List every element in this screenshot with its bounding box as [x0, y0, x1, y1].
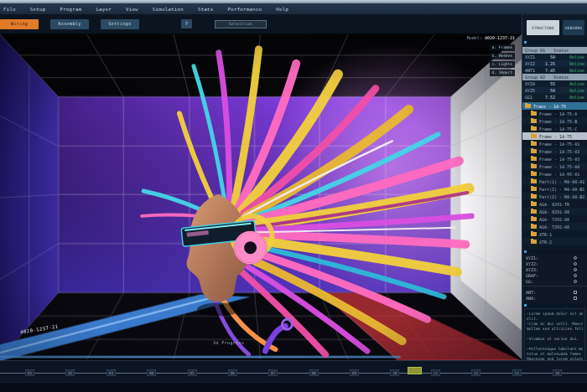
- sensor-value: 55: [542, 81, 555, 86]
- tree-row[interactable]: Frame - 14-75-A: [522, 110, 587, 117]
- group-status-header: Status: [553, 48, 584, 53]
- tree-row-label: Frame - 14-75-02: [539, 149, 579, 154]
- timeline-tick[interactable]: 09: [350, 369, 359, 376]
- tree-row-label: Frame - 14-75-03: [539, 157, 579, 162]
- tree-row[interactable]: AGA- 8291-08: [522, 208, 587, 215]
- tree-row[interactable]: Frame - 14-75-04: [522, 162, 587, 170]
- menu-item[interactable]: Program: [60, 7, 81, 12]
- tree-root-row[interactable]: Trans - 14-75: [522, 102, 587, 110]
- timeline-tick[interactable]: 14: [553, 369, 562, 376]
- sensor-status: Online: [555, 68, 584, 73]
- sensor-row[interactable]: ANT1 7.45 Online: [522, 67, 587, 74]
- tree-row[interactable]: Frame - 14-95-01: [522, 170, 587, 178]
- menu-item[interactable]: Simulation: [153, 7, 184, 12]
- folder-icon: [531, 202, 537, 206]
- layer-item[interactable]: d. Import: [490, 70, 515, 76]
- tree-row[interactable]: Frame - 14-75-B: [522, 117, 587, 125]
- folder-icon: [531, 187, 537, 191]
- timeline-tick[interactable]: 02: [65, 369, 75, 376]
- tree-row[interactable]: Frame - 14-75-02: [522, 147, 587, 155]
- timeline-tick[interactable]: 11: [431, 369, 440, 376]
- timeline-tick[interactable]: 07: [268, 369, 278, 376]
- folder-icon: [531, 134, 537, 138]
- timeline-tick[interactable]: 08: [309, 369, 319, 376]
- radio-icon[interactable]: [574, 274, 577, 277]
- progress-label: 3d Progress: [213, 340, 245, 345]
- sensor-row[interactable]: XYZ4 55 Online: [522, 80, 587, 87]
- viewport-3d[interactable]: Model: 4020-1237-21 a. Framesb. Meshesc.…: [0, 34, 522, 360]
- tree-row[interactable]: XTR-1: [522, 230, 587, 238]
- tree-row-label: AGA- 8291-TR: [539, 202, 569, 207]
- radio-icon[interactable]: [574, 268, 577, 271]
- sensor-row[interactable]: XYZ5 50 Online: [522, 87, 587, 94]
- tree-row[interactable]: AGA- 7292-08: [522, 223, 587, 230]
- sensor-row[interactable]: XYZ1 50 Online: [522, 54, 587, 60]
- menu-item[interactable]: Performance: [228, 7, 262, 12]
- menu-item[interactable]: Help: [276, 7, 288, 12]
- tree-row[interactable]: AGA- 7292-08: [522, 215, 587, 223]
- sensor-row[interactable]: GG1 7.52 Online: [522, 94, 587, 101]
- menu-item[interactable]: Layer: [96, 7, 112, 12]
- sensor-name: XYZ1: [525, 54, 542, 59]
- tree-row-label: Frame - 14-75-01: [539, 142, 579, 147]
- timeline-tick[interactable]: 01: [25, 369, 34, 376]
- timeline-bar: 0102030405060708091011121314: [0, 360, 587, 382]
- checkbox-icon[interactable]: [574, 297, 577, 300]
- menu-bar: FileSetupProgramLayerViewSimulationStats…: [0, 3, 587, 14]
- layer-item[interactable]: c. Lights: [490, 61, 515, 68]
- timeline-tick[interactable]: 13: [512, 369, 522, 376]
- timeline-tick[interactable]: 04: [147, 369, 156, 376]
- timeline-playhead[interactable]: [408, 367, 422, 374]
- tab[interactable]: Assembly: [50, 19, 89, 29]
- tree-row[interactable]: Frame - 14-75-C: [522, 125, 587, 132]
- check-rows: ANT: ANA:: [522, 289, 587, 301]
- file-tree-panel: Trans - 14-75 Frame - 14-75-A Frame - 14…: [522, 102, 587, 245]
- layer-item[interactable]: b. Meshes: [490, 53, 515, 59]
- radio-icon[interactable]: [574, 256, 577, 260]
- folder-icon: [531, 240, 537, 244]
- menu-item[interactable]: Stats: [198, 7, 214, 12]
- menu-item[interactable]: View: [126, 7, 138, 12]
- tab[interactable]: Wiring: [0, 19, 39, 29]
- tab[interactable]: Settings: [101, 19, 139, 29]
- layer-item[interactable]: a. Frames: [490, 44, 515, 51]
- sensor-row[interactable]: XYZ2 1.25 Online: [522, 60, 587, 67]
- tree-row-label: AGA- 7292-08: [539, 217, 569, 222]
- sensor-value: 7.45: [542, 68, 555, 73]
- menu-item[interactable]: File: [3, 7, 16, 12]
- tree-row[interactable]: XTR-2: [522, 238, 587, 245]
- tree-row[interactable]: Part(2) - M4-08-B2: [522, 193, 587, 200]
- timeline-tick[interactable]: 06: [228, 369, 237, 376]
- tree-row-label: Frame - 14-75-04: [539, 164, 579, 169]
- timeline-tick[interactable]: 10: [390, 369, 399, 376]
- selection-button[interactable]: Selection: [215, 20, 267, 28]
- viewport-3d-scene: [0, 34, 522, 360]
- menu-item[interactable]: Setup: [30, 7, 46, 12]
- timeline-ticks: 0102030405060708091011121314: [25, 369, 562, 376]
- folder-icon: [531, 232, 537, 236]
- tree-row[interactable]: Frame - 14-75-01: [522, 140, 587, 147]
- sensors-button[interactable]: SENSORS: [563, 20, 584, 35]
- tree-row[interactable]: Part(1) - M4-08-A1: [522, 178, 587, 185]
- folder-icon: [525, 104, 531, 108]
- tree-row[interactable]: Frame - 14-75-03: [522, 155, 587, 162]
- timeline-tick[interactable]: 12: [471, 369, 481, 376]
- checkbox-icon[interactable]: [574, 291, 577, 294]
- timeline-tick[interactable]: 03: [106, 369, 116, 376]
- tree-row[interactable]: AGA- 8291-TR: [522, 200, 587, 208]
- layer-list: a. Framesb. Meshesc. Lightsd. Import: [490, 44, 515, 76]
- console-line: mollem sed ultricies felis.: [527, 327, 583, 332]
- panel-header-strip: [522, 250, 587, 254]
- property-label: GG:: [526, 279, 533, 284]
- property-row: XYZ1:: [522, 255, 587, 260]
- tree-row[interactable]: Frame - 14-75: [522, 132, 587, 140]
- tree-row[interactable]: Part(2) - M4-08-B1: [522, 185, 587, 193]
- sensor-name: XYZ4: [525, 81, 542, 86]
- radio-icon[interactable]: [574, 262, 577, 266]
- structure-button[interactable]: STRUCTURE: [527, 20, 559, 35]
- timeline-tick[interactable]: 05: [188, 369, 197, 376]
- folder-icon: [531, 194, 537, 199]
- help-tab-button[interactable]: ?: [181, 19, 192, 28]
- sensor-status: Online: [555, 88, 584, 93]
- radio-icon[interactable]: [574, 280, 577, 283]
